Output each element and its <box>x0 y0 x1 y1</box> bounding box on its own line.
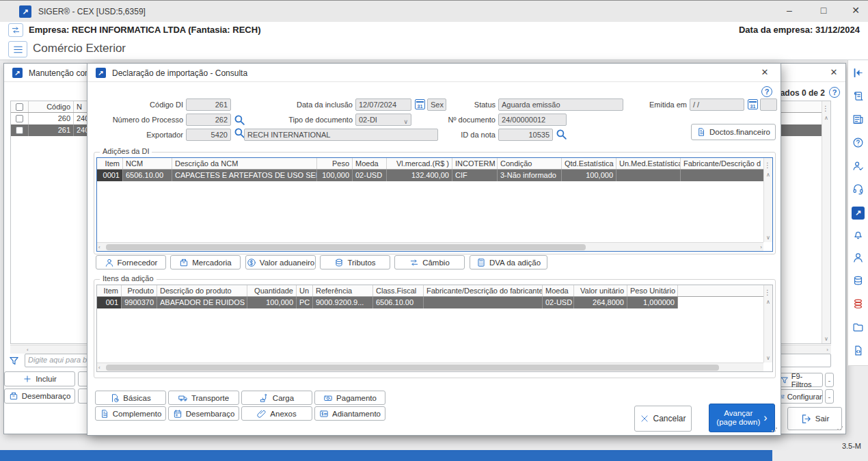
adicoes-table[interactable]: Item NCM Descrição da NCM Peso Moeda Vl.… <box>96 157 773 252</box>
tributos-button[interactable]: Tributos <box>320 255 390 269</box>
itens-vscrollbar[interactable]: ⋮ ∧ ∨ <box>763 285 772 363</box>
scroll-up-icon[interactable]: ∧ <box>764 170 772 179</box>
scroll-down-icon[interactable]: ∨ <box>764 233 772 242</box>
col-referencia[interactable]: Referência <box>313 285 373 296</box>
col-valor-unitario[interactable]: Valor unitário <box>574 285 627 296</box>
col-peso[interactable]: Peso <box>317 158 353 169</box>
adicoes-menu-icon[interactable]: ⋮ <box>764 161 771 169</box>
doctos-financeiro-button[interactable]: Doctos.financeiro <box>691 124 776 140</box>
active-app-icon[interactable]: ↗ <box>852 207 865 220</box>
manutencao-close-button[interactable]: ✕ <box>826 67 841 79</box>
cell-codigo[interactable]: 261 <box>29 124 74 136</box>
desembaraco-bg-button[interactable]: Desembaraço <box>4 388 75 404</box>
script-button[interactable] <box>852 90 864 105</box>
help-button[interactable] <box>852 137 864 151</box>
f9-filtros-split-button[interactable]: - <box>825 373 834 387</box>
scroll-up-icon[interactable]: ∧ <box>822 114 830 122</box>
cambio-button[interactable]: Câmbio <box>394 255 465 269</box>
adiantamento-button[interactable]: Adiantamento <box>314 406 385 421</box>
manutencao-help-icon[interactable]: ? <box>829 87 840 98</box>
col-codigo[interactable]: Código <box>29 101 74 112</box>
folder-button[interactable] <box>852 321 864 336</box>
cell-vl-mercad[interactable]: 132.400,00 <box>387 170 452 181</box>
col-descricao-produto[interactable]: Descrição do produto <box>157 285 247 296</box>
scroll-right-icon[interactable]: › <box>760 243 762 252</box>
filter-button[interactable] <box>8 355 20 369</box>
sync-company-button[interactable] <box>8 23 23 37</box>
close-button[interactable]: ✕ <box>845 5 866 18</box>
col-incoterm[interactable]: INCOTERM <box>452 158 498 169</box>
col-quantidade[interactable]: Quantidade <box>247 285 297 296</box>
user-check-button[interactable] <box>852 160 864 174</box>
code-file-button[interactable] <box>852 345 864 359</box>
fornecedor-button[interactable]: Fornecedor <box>96 255 166 269</box>
scroll-left-icon[interactable]: ‹ <box>98 363 100 372</box>
adicoes-vscrollbar[interactable]: ⋮ ∧ ∨ <box>763 158 772 242</box>
configurar-split-button[interactable]: - <box>825 389 834 404</box>
sair-button[interactable]: Sair <box>787 407 842 430</box>
valor-aduaneiro-button[interactable]: Valor aduaneiro <box>245 255 316 269</box>
adicoes-hscrollbar[interactable]: ‹ › <box>97 242 763 251</box>
grid-menu-icon[interactable]: ⋮ <box>822 105 829 112</box>
dva-adicao-button[interactable]: DVA da adição <box>470 255 547 269</box>
col-qtd-estatistica[interactable]: Qtd.Estatística <box>562 158 616 169</box>
select-all-cell[interactable] <box>11 101 29 112</box>
scroll-up-icon[interactable]: ∧ <box>764 298 772 306</box>
row-checkbox-cell[interactable] <box>11 113 29 124</box>
cell-item[interactable]: 001 <box>97 297 122 308</box>
cell-moeda[interactable]: 02-USD <box>543 297 574 308</box>
menu-button[interactable] <box>8 41 27 57</box>
cell-peso-unitario[interactable]: 1,000000 <box>627 297 678 308</box>
itens-hscrollbar[interactable]: ‹ <box>97 363 763 371</box>
carga-button[interactable]: Carga <box>241 391 312 405</box>
cell-descricao-produto[interactable]: ABAFADOR DE RUIDOS <box>157 297 247 308</box>
col-un-med-estatistica[interactable]: Un.Med.Estatística <box>616 158 681 169</box>
cell-peso[interactable]: 100,000 <box>317 170 353 181</box>
cell-item[interactable]: 0001 <box>97 170 123 181</box>
cell-ncm[interactable]: 6506.10.00 <box>123 170 172 181</box>
cell-condicao[interactable]: 3-Não informado <box>498 170 562 181</box>
hscroll-thumb[interactable] <box>106 244 586 250</box>
col-fabricante[interactable]: Fabricante/Descrição d <box>681 158 772 169</box>
cell-descricao-ncm[interactable]: CAPACETES E ARTEFATOS DE USO SEM <box>172 170 317 181</box>
col-moeda[interactable]: Moeda <box>543 285 574 296</box>
cell-un-med-estatistica[interactable] <box>616 170 681 181</box>
cell-class-fiscal[interactable]: 6506.10.00 <box>373 297 424 308</box>
cell-moeda[interactable]: 02-USD <box>353 170 387 181</box>
cell-valor-unitario[interactable]: 264,8000 <box>574 297 627 308</box>
cell-incoterm[interactable]: CIF <box>452 170 498 181</box>
itens-row-001[interactable]: 001 9900370 ABAFADOR DE RUIDOS 100,000 P… <box>97 297 772 308</box>
scroll-left-icon[interactable]: ‹ <box>98 243 100 252</box>
exportador-codigo-field[interactable]: 5420 <box>186 129 231 141</box>
col-vl-mercad[interactable]: Vl.mercad.(R$ ) <box>387 158 452 169</box>
configurar-button[interactable]: Configurar <box>779 389 823 404</box>
maximize-button[interactable]: □ <box>813 5 834 18</box>
user-button[interactable] <box>852 252 864 266</box>
col-un[interactable]: Un <box>297 285 313 296</box>
avancar-button[interactable]: Avançar (page down) › <box>709 404 775 432</box>
grid-vscrollbar[interactable]: ⋮ ∧ ∨ <box>822 101 830 343</box>
row-260-checkbox[interactable] <box>16 115 23 122</box>
col-fabricante[interactable]: Fabricante/Descrição do fabricante <box>424 285 543 296</box>
dialog-close-button[interactable]: ✕ <box>757 67 772 79</box>
processo-search-button[interactable] <box>234 114 245 129</box>
row-261-checkbox[interactable] <box>16 127 23 134</box>
cell-fabricante[interactable] <box>424 297 543 308</box>
cancelar-button[interactable]: Cancelar <box>634 406 692 432</box>
cell-referencia[interactable]: 9000.9200.9... <box>313 297 373 308</box>
desembaraco-button[interactable]: Desembaraço <box>168 406 239 421</box>
cell-qtd-estatistica[interactable]: 100,000 <box>562 170 616 181</box>
dialog-resize-grip[interactable] <box>771 425 778 432</box>
col-condicao[interactable]: Condição <box>498 158 562 169</box>
itens-table[interactable]: Item Produto Descrição do produto Quanti… <box>96 285 773 372</box>
col-moeda[interactable]: Moeda <box>353 158 387 169</box>
f9-filtros-button[interactable]: F9-Filtros <box>779 373 823 387</box>
scroll-down-icon[interactable]: ∨ <box>822 334 830 343</box>
col-peso-unitario[interactable]: Peso Unitário <box>627 285 678 296</box>
pagamento-button[interactable]: Pagamento <box>314 391 385 405</box>
codigo-di-field[interactable]: 261 <box>186 98 231 111</box>
support-button[interactable] <box>852 183 864 198</box>
col-item[interactable]: Item <box>97 285 122 296</box>
anexos-button[interactable]: Anexos <box>241 406 312 421</box>
col-class-fiscal[interactable]: Class.Fiscal <box>373 285 424 296</box>
